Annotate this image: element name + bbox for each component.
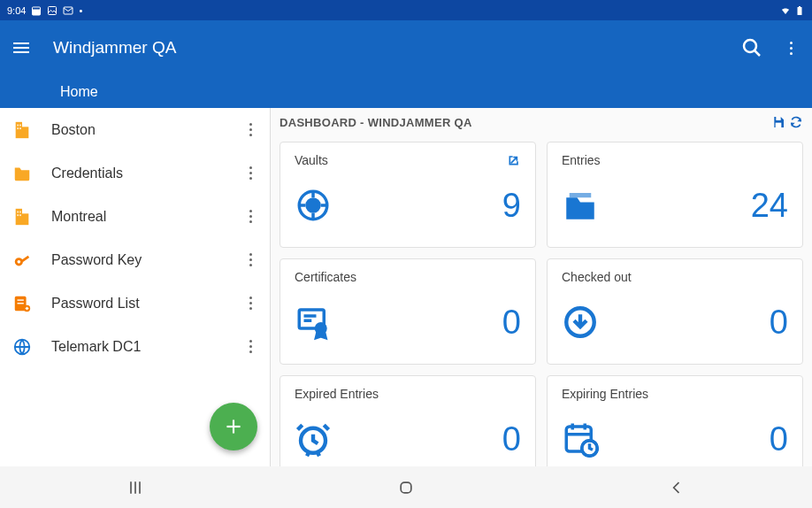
cards-grid: Vaults 9 Entries 24 Certificates: [271, 136, 812, 466]
card-vaults[interactable]: Vaults 9: [280, 142, 536, 248]
card-label: Vaults: [295, 153, 328, 167]
card-label: Checked out: [562, 270, 632, 284]
main-area: DASHBOARD - WINDJAMMER QA Vaults 9 En: [271, 108, 812, 466]
item-more-icon[interactable]: [241, 208, 259, 226]
folder-icon: [12, 164, 32, 183]
save-icon[interactable]: [771, 115, 785, 129]
card-value: 0: [502, 304, 521, 342]
svg-rect-14: [18, 124, 19, 126]
dashboard-title: DASHBOARD - WINDJAMMER QA: [280, 116, 472, 129]
card-value: 0: [770, 304, 788, 342]
menu-icon[interactable]: [11, 37, 32, 58]
svg-rect-16: [18, 127, 19, 129]
svg-rect-15: [19, 124, 20, 126]
svg-rect-28: [18, 299, 24, 300]
vault-icon: [295, 187, 332, 224]
svg-rect-7: [13, 42, 29, 44]
item-more-icon[interactable]: [241, 165, 259, 182]
plus-icon: [222, 415, 245, 438]
sidebar-item-password-list[interactable]: Password List: [0, 281, 270, 325]
svg-point-37: [307, 199, 319, 212]
svg-rect-21: [19, 211, 20, 212]
card-value: 24: [751, 187, 788, 225]
app-title: Windjammer QA: [53, 38, 176, 58]
globe-icon: [12, 337, 32, 357]
item-more-icon[interactable]: [241, 251, 259, 269]
image-icon: [47, 5, 57, 16]
card-label: Entries: [562, 153, 601, 167]
battery-icon: [794, 5, 805, 16]
refresh-icon[interactable]: [789, 115, 803, 129]
alarm-icon: [295, 420, 332, 458]
nav-back-button[interactable]: [659, 470, 694, 505]
svg-rect-22: [18, 214, 19, 216]
more-icon[interactable]: [780, 37, 801, 58]
certificate-icon: [295, 304, 332, 341]
item-more-icon[interactable]: [241, 121, 259, 139]
app-bar: Windjammer QA: [0, 20, 812, 75]
content-area: Boston Credentials Montreal Password Key…: [0, 108, 812, 466]
card-certificates[interactable]: Certificates 0: [280, 258, 536, 365]
sidebar-item-password-key[interactable]: Password Key: [0, 238, 270, 281]
tab-home[interactable]: Home: [60, 84, 98, 100]
svg-rect-8: [13, 47, 29, 49]
key-icon: [12, 250, 32, 270]
svg-rect-13: [22, 127, 28, 138]
svg-rect-23: [19, 214, 20, 216]
svg-rect-18: [16, 208, 22, 224]
svg-rect-26: [21, 255, 29, 262]
svg-rect-34: [776, 117, 780, 120]
item-more-icon[interactable]: [241, 295, 259, 312]
nav-home-button[interactable]: [388, 470, 424, 505]
entries-icon: [562, 187, 599, 224]
nav-recent-button[interactable]: [118, 470, 153, 505]
card-label: Certificates: [295, 270, 356, 284]
card-expired-entries[interactable]: Expired Entries 0: [280, 375, 536, 466]
svg-rect-19: [22, 213, 28, 225]
sidebar-item-label: Password List: [51, 296, 241, 312]
list-icon: [12, 294, 32, 313]
card-label: Expired Entries: [295, 387, 379, 401]
dashboard-header: DASHBOARD - WINDJAMMER QA: [271, 108, 812, 136]
item-more-icon[interactable]: [241, 338, 259, 356]
card-value: 0: [770, 420, 788, 458]
sidebar-item-credentials[interactable]: Credentials: [0, 151, 270, 195]
sidebar-item-label: Password Key: [51, 252, 241, 268]
sidebar: Boston Credentials Montreal Password Key…: [0, 108, 271, 466]
fab-add-button[interactable]: [210, 403, 257, 450]
svg-rect-3: [49, 6, 57, 14]
gmail-icon: [63, 5, 73, 16]
sidebar-item-telemark[interactable]: Telemark DC1: [0, 325, 270, 368]
svg-point-10: [744, 40, 756, 52]
svg-rect-6: [799, 6, 801, 7]
svg-rect-12: [16, 121, 22, 137]
status-bar: 9:04 •: [0, 0, 812, 20]
svg-rect-17: [19, 127, 20, 129]
wifi-icon: [780, 5, 791, 16]
svg-point-25: [18, 260, 21, 264]
card-label: Expiring Entries: [562, 387, 648, 401]
status-dot: •: [79, 5, 82, 16]
sidebar-item-label: Montreal: [51, 209, 241, 225]
card-expiring-entries[interactable]: Expiring Entries 0: [547, 375, 803, 466]
sidebar-item-montreal[interactable]: Montreal: [0, 195, 270, 238]
svg-rect-58: [401, 482, 411, 493]
building-icon: [12, 207, 32, 227]
search-icon[interactable]: [741, 37, 762, 58]
card-value: 9: [502, 187, 521, 225]
sidebar-item-boston[interactable]: Boston: [0, 108, 270, 151]
sidebar-item-label: Boston: [51, 122, 241, 138]
card-entries[interactable]: Entries 24: [547, 142, 803, 248]
sidebar-item-label: Credentials: [51, 165, 241, 181]
svg-rect-29: [18, 303, 24, 304]
sidebar-item-label: Telemark DC1: [51, 339, 241, 355]
building-icon: [12, 120, 32, 140]
checkout-icon: [562, 304, 599, 341]
svg-rect-5: [798, 7, 802, 15]
svg-rect-35: [776, 123, 782, 127]
open-external-icon[interactable]: [507, 153, 521, 167]
card-checked-out[interactable]: Checked out 0: [547, 258, 803, 365]
android-nav-bar: [0, 466, 812, 508]
svg-rect-42: [570, 193, 592, 197]
status-time: 9:04: [7, 5, 26, 16]
